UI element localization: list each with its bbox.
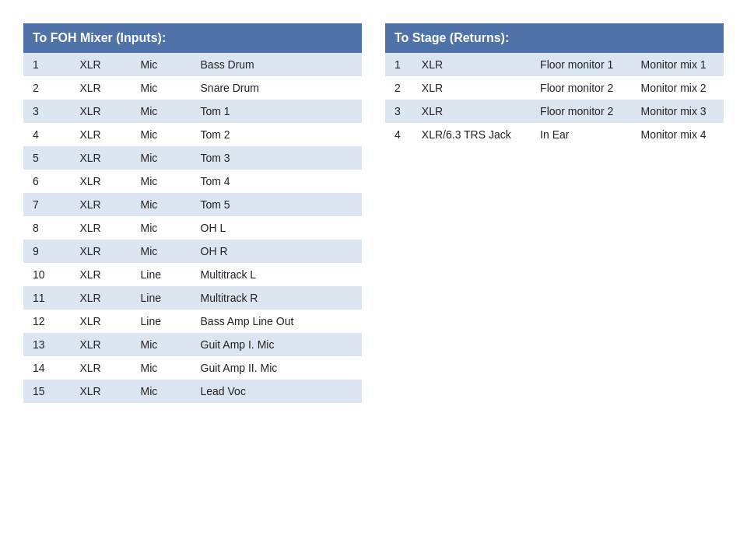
row-connector: XLR [70,380,131,403]
row-description: Lead Voc [191,380,362,403]
row-type: Line [132,286,191,310]
row-num: 1 [23,53,70,76]
row-connector: XLR [70,356,131,380]
row-type: Mic [132,146,191,170]
foh-section: To FOH Mixer (Inputs): 1 XLR Mic Bass Dr… [23,23,362,403]
table-row: 15 XLR Mic Lead Voc [23,380,362,403]
row-description: Tom 2 [191,123,362,146]
row-mix: Monitor mix 3 [632,100,724,123]
table-row: 2 XLR Floor monitor 2 Monitor mix 2 [385,76,724,100]
row-description: Tom 5 [191,193,362,216]
row-description: Snare Drum [191,76,362,100]
row-type: Mic [132,53,191,76]
table-row: 3 XLR Floor monitor 2 Monitor mix 3 [385,100,724,123]
row-connector: XLR [70,170,131,193]
row-connector: XLR [70,146,131,170]
row-num: 14 [23,356,70,380]
row-type: Mic [132,216,191,240]
row-num: 10 [23,263,70,286]
table-row: 10 XLR Line Multitrack L [23,263,362,286]
row-type: Mic [132,76,191,100]
row-num: 9 [23,240,70,263]
row-num: 2 [385,76,412,100]
row-connector: XLR [412,100,531,123]
row-mix: Monitor mix 2 [632,76,724,100]
row-connector: XLR [70,263,131,286]
row-description: Tom 3 [191,146,362,170]
row-type: Line [132,310,191,333]
row-connector: XLR [412,76,531,100]
table-row: 4 XLR Mic Tom 2 [23,123,362,146]
row-connector: XLR [70,193,131,216]
table-row: 4 XLR/6.3 TRS Jack In Ear Monitor mix 4 [385,123,724,146]
stage-section: To Stage (Returns): 1 XLR Floor monitor … [385,23,724,146]
row-connector: XLR [70,333,131,356]
row-num: 12 [23,310,70,333]
row-num: 1 [385,53,412,76]
table-row: 5 XLR Mic Tom 3 [23,146,362,170]
row-connector: XLR [70,310,131,333]
main-layout: To FOH Mixer (Inputs): 1 XLR Mic Bass Dr… [23,23,724,403]
row-num: 3 [23,100,70,123]
row-connector: XLR [70,216,131,240]
row-type: Mic [132,240,191,263]
row-destination: In Ear [531,123,632,146]
row-connector: XLR [70,100,131,123]
row-type: Mic [132,356,191,380]
row-num: 6 [23,170,70,193]
row-num: 4 [385,123,412,146]
row-num: 7 [23,193,70,216]
row-destination: Floor monitor 1 [531,53,632,76]
row-description: Guit Amp II. Mic [191,356,362,380]
row-num: 4 [23,123,70,146]
row-connector: XLR [70,286,131,310]
row-num: 11 [23,286,70,310]
row-connector: XLR [412,53,531,76]
row-type: Line [132,263,191,286]
foh-table: To FOH Mixer (Inputs): 1 XLR Mic Bass Dr… [23,23,362,403]
row-type: Mic [132,333,191,356]
stage-table: To Stage (Returns): 1 XLR Floor monitor … [385,23,724,146]
table-row: 9 XLR Mic OH R [23,240,362,263]
row-num: 8 [23,216,70,240]
row-destination: Floor monitor 2 [531,100,632,123]
row-type: Mic [132,193,191,216]
row-connector: XLR [70,123,131,146]
row-type: Mic [132,380,191,403]
row-type: Mic [132,170,191,193]
row-mix: Monitor mix 4 [632,123,724,146]
table-row: 6 XLR Mic Tom 4 [23,170,362,193]
stage-header: To Stage (Returns): [385,23,724,53]
table-row: 8 XLR Mic OH L [23,216,362,240]
row-destination: Floor monitor 2 [531,76,632,100]
row-num: 2 [23,76,70,100]
table-row: 1 XLR Mic Bass Drum [23,53,362,76]
row-connector: XLR [70,53,131,76]
row-description: Tom 4 [191,170,362,193]
row-num: 5 [23,146,70,170]
table-row: 7 XLR Mic Tom 5 [23,193,362,216]
table-row: 1 XLR Floor monitor 1 Monitor mix 1 [385,53,724,76]
table-row: 14 XLR Mic Guit Amp II. Mic [23,356,362,380]
row-num: 3 [385,100,412,123]
foh-header: To FOH Mixer (Inputs): [23,23,362,53]
table-row: 13 XLR Mic Guit Amp I. Mic [23,333,362,356]
row-description: OH R [191,240,362,263]
row-description: Multitrack L [191,263,362,286]
row-type: Mic [132,123,191,146]
row-num: 13 [23,333,70,356]
row-description: Guit Amp I. Mic [191,333,362,356]
row-description: Bass Drum [191,53,362,76]
row-connector: XLR/6.3 TRS Jack [412,123,531,146]
row-type: Mic [132,100,191,123]
table-row: 3 XLR Mic Tom 1 [23,100,362,123]
row-description: Bass Amp Line Out [191,310,362,333]
row-description: Tom 1 [191,100,362,123]
row-connector: XLR [70,76,131,100]
row-description: OH L [191,216,362,240]
table-row: 12 XLR Line Bass Amp Line Out [23,310,362,333]
table-row: 2 XLR Mic Snare Drum [23,76,362,100]
row-description: Multitrack R [191,286,362,310]
row-connector: XLR [70,240,131,263]
table-row: 11 XLR Line Multitrack R [23,286,362,310]
